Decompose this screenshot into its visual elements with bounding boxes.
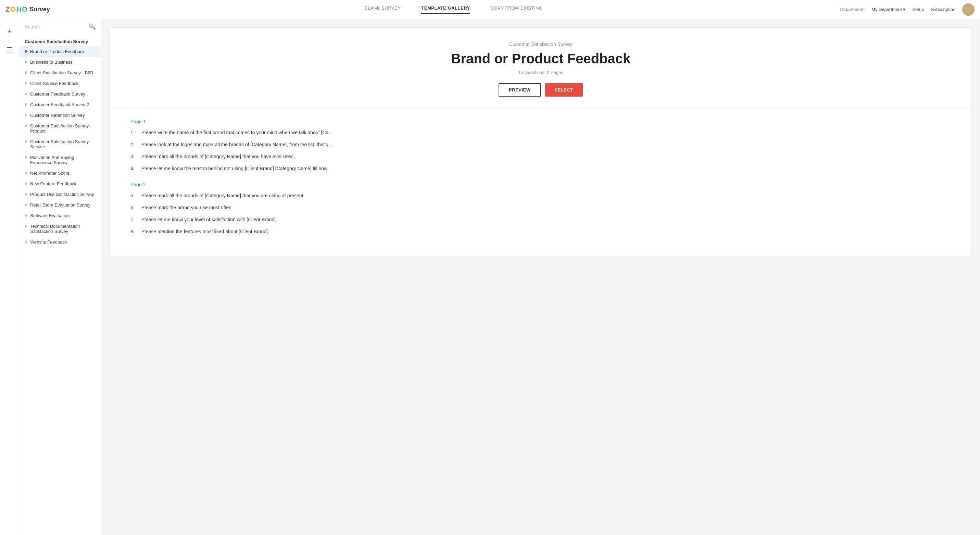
logo-survey-text: Survey (29, 6, 50, 13)
dot-website (25, 240, 27, 243)
preview-meta: 15 Questions, 2 Pages (117, 70, 964, 75)
sidebar-item-software[interactable]: Software Evaluation (19, 210, 101, 221)
question-number: 3. (130, 153, 139, 160)
logo-z: Z (5, 5, 10, 13)
sidebar-item-nps[interactable]: Net Promoter Score (19, 168, 101, 178)
sidebar-item-product-use[interactable]: Product Use Satisfaction Survey (19, 189, 101, 200)
preview-button[interactable]: PREVIEW (499, 83, 541, 97)
sidebar: 🔍 Customer Satisfaction Survey Brand or … (19, 19, 101, 535)
sidebar-item-website[interactable]: Website Feedback (19, 237, 101, 247)
dot-csat-service (25, 140, 27, 143)
logo-o2: O (22, 5, 27, 13)
question-number: 8. (130, 228, 139, 235)
sidebar-item-csat-service[interactable]: Customer Satisfaction Survey - Service (19, 136, 101, 152)
sidebar-item-label-client-service: Client Service Feedback (30, 81, 78, 86)
dot-tech-doc (25, 225, 27, 228)
sidebar-items: Brand or Product Feedback Business to Bu… (19, 46, 101, 247)
user-avatar[interactable] (962, 3, 975, 16)
page-section: Page 1 1. Please write the name of the f… (130, 119, 951, 172)
question-item: 6. Please mark the brand you use most of… (130, 204, 951, 211)
sidebar-item-label-motivation: Motivation And Buying Experience Survey (30, 155, 95, 165)
question-number: 7. (130, 216, 139, 223)
question-number: 6. (130, 204, 139, 211)
setup-link[interactable]: Setup (912, 7, 924, 12)
add-button[interactable]: ＋ (3, 25, 16, 37)
sidebar-item-csat-product[interactable]: Customer Satisfaction Survey - Product (19, 121, 101, 136)
question-item: 1. Please write the name of the first br… (130, 129, 951, 136)
question-list: 5. Please mark all the brands of [Catego… (130, 192, 951, 235)
sidebar-item-label-website: Website Feedback (30, 239, 67, 245)
sidebar-item-customer-retention[interactable]: Customer Retention Survey (19, 110, 101, 121)
sidebar-item-brand-product[interactable]: Brand or Product Feedback (19, 46, 101, 57)
preview-body: Page 1 1. Please write the name of the f… (110, 108, 971, 256)
sidebar-item-label-csat-product: Customer Satisfaction Survey - Product (30, 123, 95, 134)
sidebar-item-motivation[interactable]: Motivation And Buying Experience Survey (19, 152, 101, 168)
question-text: Please mention the features most liked a… (142, 228, 269, 235)
select-button[interactable]: SELECT (545, 83, 583, 97)
question-item: 2. Please look at the logos and mark all… (130, 141, 951, 148)
sidebar-item-customer-feedback-2[interactable]: Customer Feedback Survey 2 (19, 99, 101, 110)
tab-blank-survey[interactable]: BLANK SURVEY (365, 5, 401, 14)
zoho-logo: Z O H O (5, 5, 27, 13)
search-icon: 🔍 (89, 23, 95, 30)
menu-button[interactable]: ☰ (3, 44, 16, 56)
top-navigation: Z O H O Survey BLANK SURVEY TEMPLATE GAL… (0, 0, 980, 19)
question-item: 3. Please mark all the brands of [Catego… (130, 153, 951, 160)
question-text: Please mark all the brands of [Category … (142, 192, 304, 199)
page-label: Page 2 (130, 182, 951, 187)
dot-brand-product (25, 50, 27, 53)
tab-copy-from-existing[interactable]: COPY FROM EXISTING (491, 5, 543, 14)
dot-client-service (25, 82, 27, 84)
question-text: Please look at the logos and mark all th… (142, 141, 333, 148)
question-item: 7. Please let me know your level of sati… (130, 216, 951, 223)
preview-card: Customer Satisfaction Survey Brand or Pr… (110, 27, 972, 256)
page-section: Page 2 5. Please mark all the brands of … (130, 182, 951, 235)
dot-nps (25, 172, 27, 174)
question-item: 5. Please mark all the brands of [Catego… (130, 192, 951, 199)
sidebar-item-client-service[interactable]: Client Service Feedback (19, 78, 101, 89)
sidebar-item-label-nps: Net Promoter Score (30, 170, 70, 176)
nav-tabs: BLANK SURVEY TEMPLATE GALLERY COPY FROM … (67, 5, 840, 14)
question-text: Please let me know your level of satisfa… (142, 216, 277, 223)
sidebar-item-tech-doc[interactable]: Technical Documentation Satisfaction Sur… (19, 221, 101, 237)
dot-new-feature (25, 182, 27, 185)
preview-survey-title: Brand or Product Feedback (117, 51, 964, 67)
preview-actions: PREVIEW SELECT (117, 83, 964, 97)
dot-retail (25, 204, 27, 206)
pages-container: Page 1 1. Please write the name of the f… (130, 119, 951, 235)
sidebar-item-customer-feedback[interactable]: Customer Feedback Survey (19, 89, 101, 99)
subscription-link[interactable]: Subscription (931, 7, 955, 12)
dot-b2b (25, 61, 27, 64)
dot-customer-feedback (25, 92, 27, 95)
preview-category-title: Customer Satisfaction Survey (117, 41, 964, 47)
logo[interactable]: Z O H O Survey (5, 5, 67, 13)
question-item: 8. Please mention the features most like… (130, 228, 951, 235)
department-selector[interactable]: My Department ▾ (872, 7, 906, 12)
department-label: Department: (840, 7, 865, 12)
page-label: Page 1 (130, 119, 951, 124)
preview-header: Customer Satisfaction Survey Brand or Pr… (110, 28, 971, 108)
logo-o1: O (10, 5, 16, 13)
question-list: 1. Please write the name of the first br… (130, 129, 951, 172)
sidebar-item-label-brand-product: Brand or Product Feedback (30, 49, 84, 54)
question-text: Please let me know the reason behind not… (142, 165, 328, 172)
sidebar-item-label-tech-doc: Technical Documentation Satisfaction Sur… (30, 224, 95, 234)
question-item: 4. Please let me know the reason behind … (130, 165, 951, 172)
search-input[interactable] (25, 24, 89, 29)
logo-h: H (16, 5, 21, 13)
sidebar-item-label-new-feature: New Feature Feedback (30, 181, 76, 186)
sidebar-item-retail[interactable]: Retail Store Evaluation Survey (19, 200, 101, 210)
question-text: Please write the name of the first brand… (142, 129, 333, 136)
dot-customer-feedback-2 (25, 103, 27, 106)
nav-right: Department: My Department ▾ Setup Subscr… (840, 3, 975, 16)
sidebar-item-client-b2b[interactable]: Client Satisfaction Survey - B2B (19, 67, 101, 78)
dot-motivation (25, 156, 27, 159)
dot-csat-product (25, 124, 27, 127)
question-number: 2. (130, 141, 139, 148)
sidebar-item-b2b[interactable]: Business to Business (19, 57, 101, 67)
dot-client-b2b (25, 71, 27, 74)
sidebar-search-area: 🔍 (19, 19, 101, 34)
icon-sidebar: ＋ ☰ (0, 19, 19, 535)
tab-template-gallery[interactable]: TEMPLATE GALLERY (421, 5, 470, 14)
sidebar-item-new-feature[interactable]: New Feature Feedback (19, 178, 101, 189)
